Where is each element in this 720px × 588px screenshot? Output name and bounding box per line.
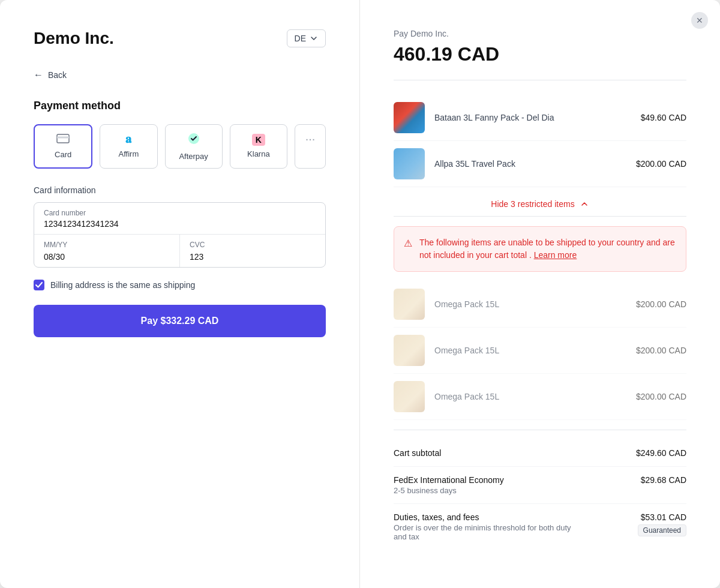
cvc-label: CVC	[190, 241, 316, 249]
payment-method-afterpay-label: Afterpay	[179, 152, 208, 161]
restricted-items: Omega Pack 15L $200.00 CAD Omega Pack 15…	[394, 281, 686, 420]
card-input-group: Card number MM/YY CVC	[34, 202, 326, 268]
left-panel: Demo Inc. DE ← Back Payment method	[0, 0, 360, 588]
expiry-wrapper: MM/YY	[34, 235, 180, 267]
card-number-wrapper: Card number	[34, 203, 325, 235]
item-price-0: $49.60 CAD	[641, 113, 686, 122]
payment-method-card-label: Card	[55, 150, 71, 159]
billing-label: Billing address is the same as shipping	[50, 280, 195, 290]
summary-section: Cart subtotal $249.60 CAD FedEx Internat…	[394, 430, 686, 550]
company-name: Demo Inc.	[34, 29, 114, 48]
guaranteed-badge: Guaranteed	[638, 524, 686, 536]
shipping-sublabel: 2-5 business days	[394, 486, 504, 495]
shipping-label: FedEx International Economy	[394, 475, 504, 485]
restricted-toggle-label: Hide 3 restricted items	[491, 199, 574, 209]
restricted-item-image-2	[394, 381, 425, 412]
expiry-input[interactable]	[44, 252, 170, 262]
more-icon: ···	[305, 132, 316, 146]
back-link[interactable]: ← Back	[34, 70, 326, 80]
restricted-item-name-1: Omega Pack 15L	[434, 346, 626, 355]
item-name-0: Bataan 3L Fanny Pack - Del Dia	[434, 113, 631, 122]
close-button[interactable]: ✕	[691, 12, 708, 29]
payment-method-afterpay[interactable]: Afterpay	[165, 124, 223, 169]
klarna-icon: K	[252, 132, 265, 146]
svg-rect-1	[57, 137, 69, 139]
payment-method-title: Payment method	[34, 100, 326, 112]
subtotal-label: Cart subtotal	[394, 448, 441, 458]
summary-duties: Duties, taxes, and fees Order is over th…	[394, 504, 686, 550]
restricted-item-price-0: $200.00 CAD	[636, 299, 686, 309]
shipping-value: $29.68 CAD	[641, 475, 686, 485]
duties-label: Duties, taxes, and fees	[394, 512, 584, 522]
payment-method-affirm-label: Affirm	[119, 149, 139, 158]
payment-method-klarna[interactable]: K Klarna	[230, 124, 287, 169]
restricted-item-0: Omega Pack 15L $200.00 CAD	[394, 281, 686, 328]
card-number-input[interactable]	[44, 219, 316, 229]
summary-subtotal: Cart subtotal $249.60 CAD	[394, 440, 686, 467]
order-item-1: Allpa 35L Travel Pack $200.00 CAD	[394, 141, 686, 187]
back-arrow-icon: ←	[34, 70, 43, 80]
header-row: Demo Inc. DE	[34, 29, 326, 48]
cvc-input[interactable]	[190, 252, 316, 262]
pay-button[interactable]: Pay $332.29 CAD	[34, 305, 326, 337]
lang-code: DE	[295, 34, 306, 43]
learn-more-link[interactable]: Learn more	[534, 250, 577, 260]
warning-text: The following items are unable to be shi…	[419, 236, 676, 262]
back-label: Back	[48, 70, 67, 80]
item-image-0	[394, 102, 425, 133]
restricted-item-2: Omega Pack 15L $200.00 CAD	[394, 374, 686, 420]
language-selector[interactable]: DE	[287, 29, 326, 47]
card-icon	[56, 133, 70, 146]
pay-to-label: Pay Demo Inc.	[394, 29, 686, 38]
expiry-label: MM/YY	[44, 241, 170, 249]
restricted-item-name-2: Omega Pack 15L	[434, 392, 626, 401]
payment-methods: Card 𝐚 Affirm Afterpay K	[34, 124, 326, 169]
payment-method-affirm[interactable]: 𝐚 Affirm	[100, 124, 157, 169]
card-info-section: Card information Card number MM/YY CVC	[34, 185, 326, 268]
restricted-item-name-0: Omega Pack 15L	[434, 299, 626, 309]
payment-method-card[interactable]: Card	[34, 124, 92, 169]
restricted-item-image-1	[394, 335, 425, 366]
cvc-wrapper: CVC	[180, 235, 325, 267]
summary-shipping: FedEx International Economy 2-5 business…	[394, 467, 686, 504]
order-item-0: Bataan 3L Fanny Pack - Del Dia $49.60 CA…	[394, 95, 686, 141]
afterpay-icon	[187, 132, 200, 148]
chevron-down-icon	[310, 34, 318, 43]
right-panel: ✕ Pay Demo Inc. 460.19 CAD Bataan 3L Fan…	[360, 0, 720, 588]
subtotal-value: $249.60 CAD	[636, 448, 686, 458]
payment-method-klarna-label: Klarna	[247, 149, 270, 158]
restricted-item-1: Omega Pack 15L $200.00 CAD	[394, 328, 686, 374]
restricted-warning: ⚠ The following items are unable to be s…	[394, 226, 686, 272]
item-price-1: $200.00 CAD	[636, 159, 686, 169]
card-number-label: Card number	[44, 209, 316, 217]
billing-row: Billing address is the same as shipping	[34, 280, 326, 290]
duties-value: $53.01 CAD	[638, 512, 686, 522]
billing-checkbox[interactable]	[34, 280, 44, 290]
chevron-up-icon	[580, 199, 589, 209]
svg-rect-0	[57, 134, 69, 143]
card-info-title: Card information	[34, 185, 326, 195]
payment-method-more[interactable]: ···	[295, 124, 326, 169]
duties-sublabel: Order is over the de minimis threshold f…	[394, 523, 584, 541]
order-items: Bataan 3L Fanny Pack - Del Dia $49.60 CA…	[394, 95, 686, 187]
item-name-1: Allpa 35L Travel Pack	[434, 159, 626, 169]
affirm-icon: 𝐚	[125, 132, 131, 146]
restricted-item-image-0	[394, 289, 425, 320]
card-expiry-cvc-row: MM/YY CVC	[34, 235, 325, 267]
restricted-item-price-1: $200.00 CAD	[636, 346, 686, 355]
item-image-1	[394, 148, 425, 179]
restricted-item-price-2: $200.00 CAD	[636, 392, 686, 401]
pay-amount: 460.19 CAD	[394, 43, 686, 80]
warning-icon: ⚠	[404, 238, 412, 249]
restricted-toggle[interactable]: Hide 3 restricted items	[394, 192, 686, 217]
